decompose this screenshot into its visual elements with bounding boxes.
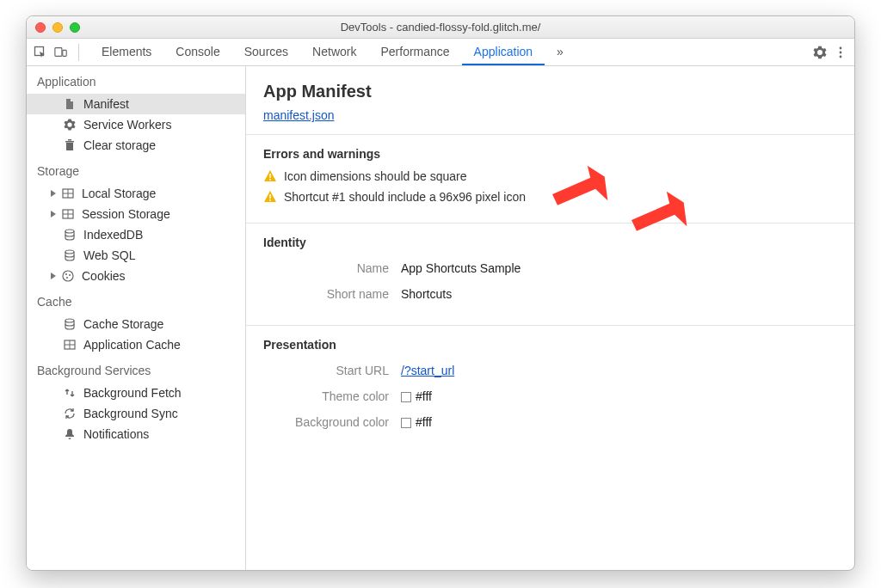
label: Name [263, 261, 401, 275]
sidebar-item-application-cache[interactable]: Application Cache [27, 334, 245, 355]
svg-point-12 [65, 230, 74, 233]
svg-rect-23 [269, 179, 271, 181]
expand-triangle-icon[interactable] [51, 190, 56, 197]
db-icon [63, 228, 77, 242]
sidebar-item-service-workers[interactable]: Service Workers [27, 114, 245, 135]
tab-application[interactable]: Application [462, 39, 545, 65]
value: /?start_url [401, 364, 454, 377]
table-icon [63, 338, 77, 352]
sidebar-item-label: Cookies [82, 269, 126, 283]
cookie-icon [61, 269, 75, 283]
separator [78, 44, 79, 61]
presentation-section: Presentation Start URL /?start_url Theme… [246, 325, 854, 453]
sidebar-item-label: Background Sync [83, 407, 178, 420]
expand-triangle-icon[interactable] [51, 273, 56, 279]
toolbar: Elements Console Sources Network Perform… [27, 39, 854, 66]
value: Shortcuts [401, 287, 452, 301]
table-icon [61, 187, 75, 200]
sidebar-group-title: Application [27, 66, 245, 94]
trash-icon [63, 138, 77, 152]
tab-elements[interactable]: Elements [89, 39, 163, 65]
label: Short name [263, 287, 401, 301]
sidebar-item-clear-storage[interactable]: Clear storage [27, 135, 245, 156]
sync-icon [63, 407, 77, 420]
sidebar-item-label: Clear storage [83, 138, 156, 152]
svg-point-17 [66, 277, 68, 279]
window-title: DevTools - candied-flossy-fold.glitch.me… [27, 21, 854, 34]
expand-triangle-icon[interactable] [51, 211, 56, 217]
svg-point-18 [65, 319, 74, 322]
color-swatch [401, 392, 411, 402]
tab-performance[interactable]: Performance [368, 39, 461, 65]
warning-row: Shortcut #1 should include a 96x96 pixel… [263, 190, 837, 204]
value: #fff [401, 389, 432, 403]
svg-point-3 [840, 46, 842, 49]
identity-section: Identity Name App Shortcuts Sample Short… [246, 223, 854, 325]
sidebar-group-title: Cache [27, 286, 245, 314]
sidebar-item-label: Background Fetch [83, 386, 182, 400]
sidebar-item-web-sql[interactable]: Web SQL [27, 245, 245, 266]
svg-point-15 [65, 273, 67, 275]
table-icon [61, 207, 75, 221]
manifest-link[interactable]: manifest.json [263, 108, 334, 122]
sidebar-item-session-storage[interactable]: Session Storage [27, 204, 245, 224]
sidebar-item-label: Application Cache [83, 338, 181, 352]
value: #fff [401, 415, 432, 429]
svg-rect-24 [269, 194, 271, 199]
color-value: #fff [416, 415, 432, 429]
gear-icon[interactable] [813, 46, 827, 59]
device-toggle-icon[interactable] [54, 46, 68, 59]
starturl-link[interactable]: /?start_url [401, 364, 454, 377]
svg-rect-25 [269, 199, 271, 201]
db-icon [63, 317, 77, 331]
sidebar-item-cookies[interactable]: Cookies [27, 266, 245, 286]
starturl-row: Start URL /?start_url [263, 364, 837, 377]
panel-tabs: Elements Console Sources Network Perform… [89, 39, 576, 65]
errors-heading: Errors and warnings [263, 147, 837, 161]
sidebar-item-local-storage[interactable]: Local Storage [27, 183, 245, 204]
svg-rect-2 [63, 50, 66, 56]
color-value: #fff [416, 389, 432, 403]
sidebar-item-label: Local Storage [82, 187, 156, 200]
color-swatch [401, 418, 411, 428]
svg-rect-1 [55, 47, 62, 56]
label: Start URL [263, 364, 401, 377]
sidebar-item-label: IndexedDB [83, 228, 143, 242]
kebab-menu-icon[interactable] [834, 46, 847, 59]
sidebar-item-cache-storage[interactable]: Cache Storage [27, 314, 245, 334]
bell-icon [63, 427, 77, 441]
sidebar-item-label: Notifications [83, 427, 149, 441]
value: App Shortcuts Sample [401, 261, 521, 275]
sidebar-item-manifest[interactable]: Manifest [27, 94, 245, 114]
sidebar-item-label: Manifest [83, 97, 129, 111]
tab-sources[interactable]: Sources [232, 39, 300, 65]
sidebar-group-title: Background Services [27, 355, 245, 383]
bgcolor-row: Background color #fff [263, 415, 837, 429]
file-icon [63, 97, 77, 111]
label: Theme color [263, 389, 401, 403]
warning-row: Icon dimensions should be square [263, 169, 837, 183]
svg-rect-22 [269, 174, 271, 178]
warning-text: Icon dimensions should be square [284, 169, 466, 183]
identity-heading: Identity [263, 236, 837, 249]
sidebar-item-background-fetch[interactable]: Background Fetch [27, 383, 245, 403]
identity-shortname-row: Short name Shortcuts [263, 287, 837, 301]
sidebar-item-label: Session Storage [82, 207, 170, 221]
sidebar-item-label: Web SQL [83, 248, 135, 262]
gear-icon [63, 118, 77, 132]
svg-point-4 [840, 51, 842, 53]
svg-point-14 [63, 271, 73, 281]
devtools-window: DevTools - candied-flossy-fold.glitch.me… [26, 15, 855, 571]
manifest-link-row: manifest.json [246, 108, 854, 134]
tab-network[interactable]: Network [300, 39, 368, 65]
sidebar-item-notifications[interactable]: Notifications [27, 424, 245, 444]
themecolor-row: Theme color #fff [263, 389, 837, 403]
sidebar-item-label: Service Workers [83, 118, 171, 132]
page-title: App Manifest [246, 73, 854, 108]
sidebar-item-indexeddb[interactable]: IndexedDB [27, 224, 245, 245]
tab-console[interactable]: Console [163, 39, 231, 65]
db-icon [63, 248, 77, 262]
sidebar-item-background-sync[interactable]: Background Sync [27, 403, 245, 424]
inspect-icon[interactable] [34, 46, 47, 59]
tab-overflow[interactable]: » [545, 39, 576, 65]
